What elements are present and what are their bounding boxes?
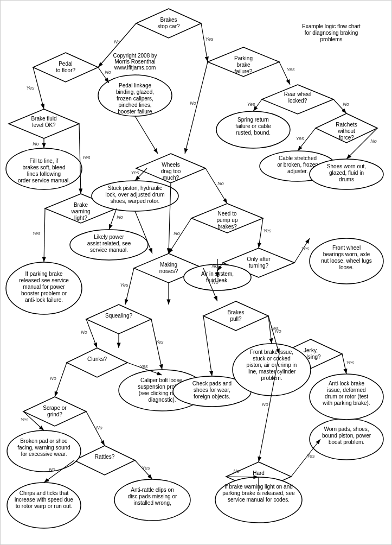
svg-text:drums: drums xyxy=(339,176,354,182)
line-drag-no-pump xyxy=(205,168,227,204)
svg-text:manual for power: manual for power xyxy=(23,284,65,290)
line-fluid-yes-warning xyxy=(79,124,81,194)
svg-text:bound piston, power: bound piston, power xyxy=(322,433,371,439)
svg-text:Brakes: Brakes xyxy=(160,17,177,23)
svg-text:Hard: Hard xyxy=(253,470,265,476)
svg-text:No: No xyxy=(233,468,240,474)
svg-text:Yes: Yes xyxy=(306,453,315,459)
svg-text:problems: problems xyxy=(320,36,342,42)
svg-text:No: No xyxy=(81,329,87,335)
svg-text:No: No xyxy=(262,402,268,407)
svg-text:Yes: Yes xyxy=(205,36,214,42)
svg-text:Jerky,: Jerky, xyxy=(304,347,318,353)
svg-text:Yes: Yes xyxy=(20,417,29,422)
line-parking-yes-rear xyxy=(279,62,290,85)
svg-text:piston, air or crimp in: piston, air or crimp in xyxy=(247,362,297,368)
svg-text:or broken, frozen: or broken, frozen xyxy=(277,162,318,168)
line-brakes-yes-parking xyxy=(201,23,208,62)
line-warning-no-power xyxy=(109,208,117,230)
svg-text:released see service: released see service xyxy=(19,277,69,283)
svg-text:Anti-lock brake: Anti-lock brake xyxy=(329,381,365,386)
svg-text:Fill to line, if: Fill to line, if xyxy=(30,158,59,164)
svg-text:No: No xyxy=(275,328,281,334)
svg-text:No: No xyxy=(212,280,219,285)
svg-text:Yes: Yes xyxy=(301,246,310,251)
svg-text:drag too: drag too xyxy=(161,168,181,174)
svg-text:Front wheel: Front wheel xyxy=(332,245,361,251)
svg-text:rusted, bound.: rusted, bound. xyxy=(236,130,271,136)
svg-text:service manual.: service manual. xyxy=(90,247,128,253)
svg-text:problem.: problem. xyxy=(261,375,282,381)
clunks-diamond xyxy=(67,348,127,377)
svg-text:No: No xyxy=(343,102,349,107)
svg-text:Rattles?: Rattles? xyxy=(95,454,115,460)
svg-text:locked?: locked? xyxy=(288,98,307,104)
svg-text:noises?: noises? xyxy=(159,268,178,274)
svg-text:boost problem.: boost problem. xyxy=(329,439,364,445)
svg-text:installed wrong,: installed wrong, xyxy=(133,500,171,506)
svg-text:foreign objects.: foreign objects. xyxy=(194,394,230,400)
svg-text:diagnostic).: diagnostic). xyxy=(148,397,176,403)
svg-text:pull?: pull? xyxy=(230,316,242,322)
svg-text:Yes: Yes xyxy=(155,339,164,345)
svg-text:pump up: pump up xyxy=(217,217,238,223)
svg-text:binding, glazed,: binding, glazed, xyxy=(116,89,154,95)
svg-text:much?: much? xyxy=(163,175,179,181)
svg-text:No: No xyxy=(173,231,180,236)
svg-text:Yes: Yes xyxy=(82,155,91,160)
svg-text:Clunks?: Clunks? xyxy=(87,356,107,362)
svg-text:Front brake issue,: Front brake issue, xyxy=(250,349,293,355)
svg-text:Yes: Yes xyxy=(131,170,139,175)
line-clunks-no-scrape xyxy=(55,363,67,397)
svg-text:Stuck piston, hydraulic: Stuck piston, hydraulic xyxy=(108,185,162,191)
svg-text:No: No xyxy=(211,263,218,269)
svg-text:Yes: Yes xyxy=(263,228,272,233)
svg-text:booster problem or: booster problem or xyxy=(21,290,67,296)
svg-text:lock, over adjusted drum: lock, over adjusted drum xyxy=(106,192,165,198)
svg-text:brake: brake xyxy=(236,62,250,68)
svg-text:force?: force? xyxy=(339,135,354,141)
rattles-diamond xyxy=(74,446,135,475)
line-pull-no-check xyxy=(203,316,212,376)
svg-text:loose.: loose. xyxy=(339,264,354,270)
svg-text:stop car?: stop car? xyxy=(157,23,180,29)
svg-text:issue, deformed: issue, deformed xyxy=(327,387,365,393)
svg-text:No: No xyxy=(114,39,120,45)
svg-text:Brake: Brake xyxy=(74,202,88,208)
svg-text:Chirps and ticks that: Chirps and ticks that xyxy=(20,490,69,496)
svg-text:assist related, see: assist related, see xyxy=(87,240,131,246)
svg-text:Spring return: Spring return xyxy=(237,117,269,123)
svg-text:to floor?: to floor? xyxy=(56,67,76,73)
line-parking-no-drag xyxy=(185,62,208,154)
svg-text:No: No xyxy=(370,138,377,144)
line-warning-yes-parking xyxy=(44,208,45,262)
line-pump-yes-air xyxy=(259,218,263,248)
svg-text:No: No xyxy=(96,425,102,430)
svg-text:No: No xyxy=(217,181,224,186)
svg-text:No: No xyxy=(49,467,55,472)
svg-text:increase with speed due: increase with speed due xyxy=(15,497,73,503)
svg-text:Check pads and: Check pads and xyxy=(192,381,232,386)
svg-text:No: No xyxy=(105,69,111,75)
svg-text:booster failure: booster failure xyxy=(118,109,152,115)
svg-text:shoes for wear,: shoes for wear, xyxy=(194,387,230,393)
svg-text:without: without xyxy=(337,128,355,134)
svg-text:grind?: grind? xyxy=(47,411,62,417)
svg-text:light?: light? xyxy=(74,215,87,221)
svg-text:order service manual.: order service manual. xyxy=(18,178,70,183)
line-pump-no-turning xyxy=(169,218,191,254)
svg-text:Caliper bolt loose,: Caliper bolt loose, xyxy=(140,377,184,383)
svg-text:pinched lines,: pinched lines, xyxy=(118,102,151,108)
svg-text:nut loose, wheel lugs: nut loose, wheel lugs xyxy=(321,258,371,264)
svg-text:If parking brake: If parking brake xyxy=(25,271,63,277)
svg-text:for excessive wear.: for excessive wear. xyxy=(21,451,67,457)
svg-text:with parking brake).: with parking brake). xyxy=(322,400,370,406)
svg-text:Wheels: Wheels xyxy=(162,162,179,168)
line-pedal-yes-fluid xyxy=(33,67,44,109)
svg-text:adjuster.: adjuster. xyxy=(287,168,308,174)
svg-text:lines following: lines following xyxy=(27,171,61,177)
svg-text:Need to: Need to xyxy=(217,211,236,217)
svg-text:brakes soft, bleed: brakes soft, bleed xyxy=(23,164,66,170)
svg-text:for diagnosing braking: for diagnosing braking xyxy=(305,30,358,36)
svg-text:Yes: Yes xyxy=(346,360,355,365)
